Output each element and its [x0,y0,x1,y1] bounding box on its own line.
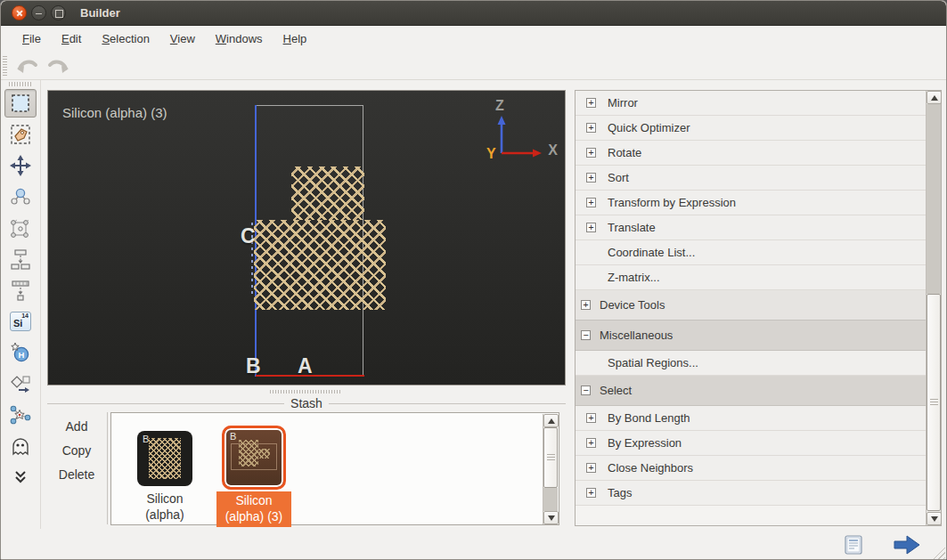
axis-z-label: Z [495,98,504,114]
stash-item-label: Silicon (alpha) [133,491,197,523]
scroll-up-icon[interactable] [543,414,559,427]
panel-row-sort[interactable]: +Sort [576,166,926,191]
menu-help[interactable]: Help [274,28,316,50]
expand-icon[interactable]: + [586,173,596,183]
expand-icon[interactable]: + [586,413,596,423]
toolbar-drag-handle[interactable] [3,56,7,76]
more-tools-button[interactable] [4,463,37,491]
builder-window: Builder File Edit Selection View Windows… [0,0,947,560]
scroll-down-icon[interactable] [543,511,559,524]
close-icon[interactable] [12,5,27,20]
expand-icon[interactable]: + [586,98,596,108]
stash-item-list: B Silicon (alpha) B Silicon (alpha) (3) [110,412,559,525]
title-bar[interactable]: Builder [1,1,946,26]
thumbnail-badge: B [143,434,149,444]
expand-icon[interactable]: + [586,488,596,498]
panel-row-by-expression[interactable]: +By Expression [576,431,926,456]
expand-icon[interactable]: + [581,300,591,310]
stash-scrollbar[interactable] [543,414,558,524]
panel-row-quick-optimizer[interactable]: +Quick Optimizer [576,116,926,141]
menu-bar: File Edit Selection View Windows Help [1,26,946,52]
panel-row-close-neighbors[interactable]: +Close Neighbors [576,456,926,481]
passivate-tool[interactable] [4,401,37,429]
panel-row-coordinate-list[interactable]: Coordinate List... [576,240,926,265]
menu-windows[interactable]: Windows [207,28,272,50]
minimize-icon[interactable] [31,5,46,20]
panel-row-transform-by-expression[interactable]: +Transform by Expression [576,191,926,215]
molecule-icon [9,185,32,208]
forward-button[interactable] [893,532,921,557]
scrollbar-thumb[interactable] [543,427,558,488]
stash-delete-button[interactable]: Delete [53,464,100,485]
toolcolumn-drag-handle[interactable] [9,82,32,86]
thumbnail-badge: B [230,431,236,442]
passivate-icon [9,403,32,426]
menu-view[interactable]: View [161,28,204,50]
stash-item-label-selected: Silicon (alpha) (3) [216,491,291,527]
panel-row-mirror[interactable]: +Mirror [576,91,926,116]
silicon-lattice-main [254,220,386,310]
scrollbar-trough[interactable] [543,488,558,511]
stash-thumbnail-selected[interactable]: B [222,426,286,490]
panel-row-by-bond-length[interactable]: +By Bond Length [576,406,926,431]
expand-icon[interactable]: + [586,148,596,158]
split-selection-tool[interactable] [4,245,37,273]
stash-item-silicon-alpha-3[interactable]: B Silicon (alpha) (3) [216,426,291,527]
viewport-3d[interactable]: Silicon (alpha) (3) C B A Z X Y [47,90,566,386]
add-hydrogen-tool[interactable]: H [4,338,37,367]
scroll-down-icon[interactable] [927,512,942,525]
undo-button[interactable] [12,54,43,77]
ghost-icon [9,434,32,458]
panel-row-translate[interactable]: +Translate [576,215,926,240]
panel-row-rotate[interactable]: +Rotate [576,141,926,166]
panel-section-device-tools[interactable]: +Device Tools [576,290,926,321]
panel-section-miscellaneous[interactable]: −Miscellaneous [576,321,926,351]
stash-copy-button[interactable]: Copy [57,440,97,461]
menu-edit[interactable]: Edit [53,28,90,50]
panel-row-spatial-regions[interactable]: Spatial Regions... [576,351,926,376]
extract-selection-icon [9,279,32,302]
erase-tool[interactable] [4,369,37,398]
main-toolbar [1,52,946,80]
stash-splitter-handle[interactable] [270,390,341,394]
crystal-cell-tool[interactable] [4,214,37,242]
maximize-icon[interactable] [51,5,66,20]
collapse-icon[interactable]: − [581,330,591,340]
expand-icon[interactable]: + [586,463,596,473]
expand-icon[interactable]: + [586,223,596,232]
stash-button-column: Add Copy Delete [47,412,106,524]
report-button[interactable] [839,532,868,557]
collapse-icon[interactable]: − [581,386,591,395]
panel-scrollbar[interactable] [926,91,941,525]
stash-legend: Stash [47,395,566,411]
menu-selection[interactable]: Selection [93,28,158,50]
stash-add-button[interactable]: Add [61,416,94,437]
tag-selection-tool[interactable] [4,120,37,149]
element-silicon-tool[interactable]: Si 14 [4,307,37,336]
menu-file[interactable]: File [13,28,50,50]
panel-section-select[interactable]: −Select [576,376,926,406]
tools-panel-rows: +Mirror +Quick Optimizer +Rotate +Sort +… [576,91,926,506]
rectangle-selection-tool[interactable] [4,89,37,118]
extract-selection-tool[interactable] [4,276,37,304]
expand-icon[interactable]: + [586,123,596,133]
stash-thumbnail[interactable]: B [137,431,192,486]
panel-row-z-matrix[interactable]: Z-matrix... [576,265,926,290]
expand-icon[interactable]: + [586,438,596,448]
expand-icon[interactable]: + [586,198,596,207]
stash-separator [107,412,108,524]
move-tool[interactable] [4,151,37,180]
tag-selection-icon [9,123,32,146]
thumb-grip [547,454,555,461]
build-molecule-tool[interactable] [4,183,37,211]
scroll-up-icon[interactable] [927,91,942,104]
axis-indicator: Z X Y [483,96,558,171]
scrollbar-trough[interactable] [927,104,941,294]
redo-button[interactable] [43,54,73,77]
ghost-mode-tool[interactable] [4,432,37,460]
resize-grip[interactable] [929,544,945,560]
scrollbar-thumb[interactable] [927,294,941,511]
stash-item-silicon-alpha[interactable]: B Silicon (alpha) [133,426,197,523]
panel-row-tags[interactable]: +Tags [576,481,926,506]
status-bar [1,529,946,560]
